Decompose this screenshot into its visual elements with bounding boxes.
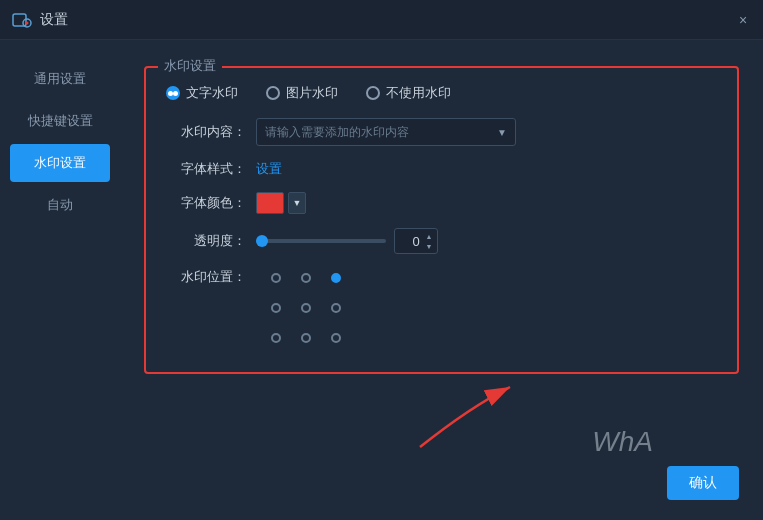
opacity-slider[interactable] [256,239,386,243]
sidebar: 通用设置 快捷键设置 水印设置 自动 [0,40,120,520]
radio-text-label: 文字水印 [186,84,238,102]
main-panel: 水印设置 文字水印 图片水印 不使用水印 [120,40,763,520]
pos-2-0[interactable] [271,333,281,343]
radio-group: 文字水印 图片水印 不使用水印 [166,84,717,102]
watermark-section: 水印设置 文字水印 图片水印 不使用水印 [144,66,739,374]
radio-image-circle [266,86,280,100]
pos-0-1[interactable] [301,273,311,283]
pos-1-2[interactable] [331,303,341,313]
pos-2-1[interactable] [301,333,311,343]
opacity-control: 0 ▲ ▼ [256,228,438,254]
content-placeholder: 请输入需要添加的水印内容 [265,124,409,141]
font-color-label: 字体颜色： [166,194,246,212]
color-box[interactable] [256,192,284,214]
settings-window: 设置 × 通用设置 快捷键设置 水印设置 自动 水印设置 [0,0,763,520]
number-arrows: ▲ ▼ [423,232,435,251]
radio-text-circle [166,86,180,100]
color-dropdown-button[interactable]: ▼ [288,192,306,214]
position-label: 水印位置： [166,268,246,286]
radio-image-label: 图片水印 [286,84,338,102]
font-style-label: 字体样式： [166,160,246,178]
pos-2-2[interactable] [331,333,341,343]
title-bar-left: 设置 [12,10,68,30]
sidebar-item-general[interactable]: 通用设置 [10,60,110,98]
increment-button[interactable]: ▲ [423,232,435,241]
window-title: 设置 [40,11,68,29]
content-area: 通用设置 快捷键设置 水印设置 自动 水印设置 文字水印 [0,40,763,520]
sidebar-item-watermark[interactable]: 水印设置 [10,144,110,182]
color-picker: ▼ [256,192,306,214]
position-row: 水印位置： [166,268,717,348]
pos-0-2[interactable] [331,273,341,283]
sidebar-item-shortcuts[interactable]: 快捷键设置 [10,102,110,140]
font-color-row: 字体颜色： ▼ [166,192,717,214]
confirm-button[interactable]: 确认 [667,466,739,500]
opacity-number-input[interactable]: 0 ▲ ▼ [394,228,438,254]
arrow-annotation [410,377,530,460]
app-icon [12,10,32,30]
opacity-label: 透明度： [166,232,246,250]
position-grid [266,268,346,348]
section-title: 水印设置 [158,57,222,75]
radio-no-watermark[interactable]: 不使用水印 [366,84,451,102]
slider-thumb[interactable] [256,235,268,247]
decrement-button[interactable]: ▼ [423,242,435,251]
sidebar-item-auto[interactable]: 自动 [10,186,110,224]
content-label: 水印内容： [166,123,246,141]
pos-0-0[interactable] [271,273,281,283]
content-row: 水印内容： 请输入需要添加的水印内容 ▼ [166,118,717,146]
close-button[interactable]: × [735,12,751,28]
pos-1-1[interactable] [301,303,311,313]
content-input[interactable]: 请输入需要添加的水印内容 ▼ [256,118,516,146]
radio-image-watermark[interactable]: 图片水印 [266,84,338,102]
pos-1-0[interactable] [271,303,281,313]
font-style-row: 字体样式： 设置 [166,160,717,178]
opacity-value: 0 [412,234,419,249]
opacity-row: 透明度： 0 ▲ ▼ [166,228,717,254]
svg-point-2 [26,21,29,24]
content-dropdown-arrow: ▼ [497,127,507,138]
title-bar: 设置 × [0,0,763,40]
watermark-preview: WhA [592,426,653,458]
radio-no-label: 不使用水印 [386,84,451,102]
radio-no-circle [366,86,380,100]
radio-text-watermark[interactable]: 文字水印 [166,84,238,102]
font-style-link[interactable]: 设置 [256,160,282,178]
